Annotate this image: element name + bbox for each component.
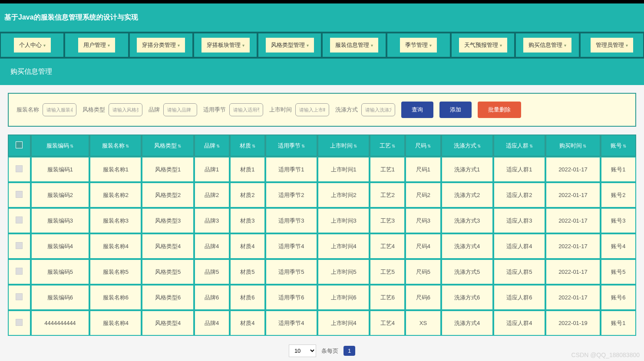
table-cell: 适用季节4 bbox=[265, 310, 317, 336]
table-cell: 4444444444 bbox=[31, 310, 89, 336]
table-row: 4444444444服装名称4风格类型4品牌4材质4适用季节4上市时间4工艺4X… bbox=[8, 310, 636, 336]
table-cell: 上市时间3 bbox=[317, 208, 370, 233]
column-header[interactable]: 品牌⇅ bbox=[194, 135, 230, 157]
brand-input[interactable] bbox=[163, 103, 197, 116]
nav-item-9[interactable]: 管理员管理▾ bbox=[591, 38, 633, 53]
nav-item-5[interactable]: 服装信息管理▾ bbox=[330, 38, 378, 53]
table-cell: 工艺6 bbox=[370, 285, 405, 310]
column-header[interactable]: 上市时间⇅ bbox=[317, 135, 370, 157]
table-cell: 服装编码6 bbox=[31, 285, 89, 310]
nav-item-0[interactable]: 个人中心▾ bbox=[14, 38, 51, 53]
table-cell: 尺码4 bbox=[405, 233, 441, 259]
table-cell: 尺码2 bbox=[405, 182, 441, 208]
launch-time-input[interactable] bbox=[295, 103, 329, 116]
table-cell: 账号4 bbox=[601, 233, 636, 259]
table-cell: 上市时间1 bbox=[317, 157, 370, 182]
row-checkbox[interactable] bbox=[16, 268, 23, 275]
chevron-down-icon: ▾ bbox=[564, 43, 566, 48]
add-button[interactable]: 添加 bbox=[439, 102, 472, 118]
nav-wrapper: 服装信息管理▾ bbox=[322, 32, 386, 59]
row-checkbox[interactable] bbox=[16, 319, 23, 326]
style-type-input[interactable] bbox=[109, 103, 142, 116]
nav-wrapper: 穿搭分类管理▾ bbox=[129, 32, 193, 59]
column-header[interactable]: 工艺⇅ bbox=[370, 135, 405, 157]
table-row: 服装编码4服装名称4风格类型4品牌4材质4适用季节4上市时间4工艺4尺码4洗涤方… bbox=[8, 233, 636, 259]
column-header[interactable]: 适应人群⇅ bbox=[493, 135, 545, 157]
table-cell: 风格类型4 bbox=[142, 233, 194, 259]
sort-icon: ⇅ bbox=[583, 144, 586, 148]
column-header-label: 购买时间 bbox=[559, 142, 582, 149]
column-header-label: 服装编码 bbox=[46, 142, 69, 149]
nav-item-label: 风格类型管理 bbox=[271, 41, 305, 49]
column-header[interactable]: 账号⇅ bbox=[601, 135, 636, 157]
table-cell: 材质6 bbox=[230, 285, 265, 310]
filter-wash-method: 洗涤方式 bbox=[335, 103, 395, 116]
column-header[interactable]: 洗涤方式⇅ bbox=[441, 135, 493, 157]
row-checkbox[interactable] bbox=[16, 242, 23, 249]
nav-item-6[interactable]: 季节管理▾ bbox=[400, 38, 437, 53]
top-bar bbox=[0, 0, 644, 3]
table-cell: 工艺5 bbox=[370, 259, 405, 285]
row-checkbox[interactable] bbox=[16, 165, 23, 172]
select-all-checkbox[interactable] bbox=[16, 141, 23, 148]
column-header-label: 品牌 bbox=[204, 142, 215, 149]
table-cell: 2022-01-17 bbox=[545, 208, 601, 233]
table-cell: 材质5 bbox=[230, 259, 265, 285]
query-button[interactable]: 查询 bbox=[401, 102, 433, 118]
table-cell: 风格类型2 bbox=[142, 182, 194, 208]
table-cell: 品牌1 bbox=[194, 157, 230, 182]
table-cell: 工艺3 bbox=[370, 208, 405, 233]
filter-label: 品牌 bbox=[149, 106, 160, 114]
table-cell: 服装名称6 bbox=[89, 285, 142, 310]
table-cell: 服装名称1 bbox=[89, 157, 142, 182]
column-header[interactable]: 适用季节⇅ bbox=[265, 135, 317, 157]
nav-wrapper: 管理员管理▾ bbox=[580, 32, 644, 59]
sort-icon: ⇅ bbox=[529, 144, 533, 148]
purchase-info-table: 服装编码⇅服装名称⇅风格类型⇅品牌⇅材质⇅适用季节⇅上市时间⇅工艺⇅尺码⇅洗涤方… bbox=[8, 135, 636, 336]
row-checkbox[interactable] bbox=[16, 191, 23, 198]
season-input[interactable] bbox=[229, 103, 263, 116]
table-cell: 适应人群4 bbox=[493, 310, 545, 336]
clothing-name-input[interactable] bbox=[43, 103, 76, 116]
table-cell: 账号6 bbox=[601, 285, 636, 310]
column-header[interactable]: 服装编码⇅ bbox=[31, 135, 89, 157]
column-header[interactable]: 购买时间⇅ bbox=[545, 135, 601, 157]
table-cell: 2022-01-17 bbox=[545, 233, 601, 259]
nav-item-7[interactable]: 天气预报管理▾ bbox=[459, 38, 507, 53]
row-checkbox[interactable] bbox=[16, 217, 23, 223]
column-header[interactable]: 材质⇅ bbox=[230, 135, 265, 157]
nav-wrapper: 购买信息管理▾ bbox=[515, 32, 579, 59]
table-cell: 尺码3 bbox=[405, 208, 441, 233]
table-cell: 上市时间2 bbox=[317, 182, 370, 208]
table-cell: 服装名称4 bbox=[89, 233, 142, 259]
page-number-1[interactable]: 1 bbox=[343, 346, 355, 356]
table-cell: 洗涤方式1 bbox=[441, 157, 493, 182]
nav-wrapper: 风格类型管理▾ bbox=[258, 32, 322, 59]
page-size-select[interactable]: 10 bbox=[289, 345, 316, 357]
table-cell: 服装名称4 bbox=[89, 310, 142, 336]
table-cell: 上市时间4 bbox=[317, 310, 370, 336]
column-header[interactable]: 尺码⇅ bbox=[405, 135, 441, 157]
nav-item-1[interactable]: 用户管理▾ bbox=[78, 38, 115, 53]
nav-item-3[interactable]: 穿搭板块管理▾ bbox=[201, 38, 250, 53]
nav-item-8[interactable]: 购买信息管理▾ bbox=[523, 38, 571, 53]
sort-icon: ⇅ bbox=[477, 144, 481, 148]
table-cell: 品牌2 bbox=[194, 182, 230, 208]
nav-item-2[interactable]: 穿搭分类管理▾ bbox=[137, 38, 185, 53]
filter-label: 适用季节 bbox=[203, 106, 226, 114]
table-cell: 风格类型3 bbox=[142, 208, 194, 233]
filter-label: 上市时间 bbox=[269, 106, 292, 114]
table-cell: 2022-01-17 bbox=[545, 182, 601, 208]
checkbox-cell bbox=[8, 259, 31, 285]
chevron-down-icon: ▾ bbox=[307, 43, 309, 48]
column-header[interactable]: 风格类型⇅ bbox=[142, 135, 194, 157]
nav-wrapper: 个人中心▾ bbox=[0, 32, 64, 59]
column-header[interactable]: 服装名称⇅ bbox=[89, 135, 142, 157]
table-cell: 适应人群4 bbox=[493, 233, 545, 259]
nav-item-4[interactable]: 风格类型管理▾ bbox=[266, 38, 314, 53]
table-cell: 品牌4 bbox=[194, 310, 230, 336]
wash-method-input[interactable] bbox=[361, 103, 395, 116]
sort-icon: ⇅ bbox=[353, 144, 357, 148]
batch-delete-button[interactable]: 批量删除 bbox=[478, 102, 521, 118]
row-checkbox[interactable] bbox=[16, 293, 23, 300]
